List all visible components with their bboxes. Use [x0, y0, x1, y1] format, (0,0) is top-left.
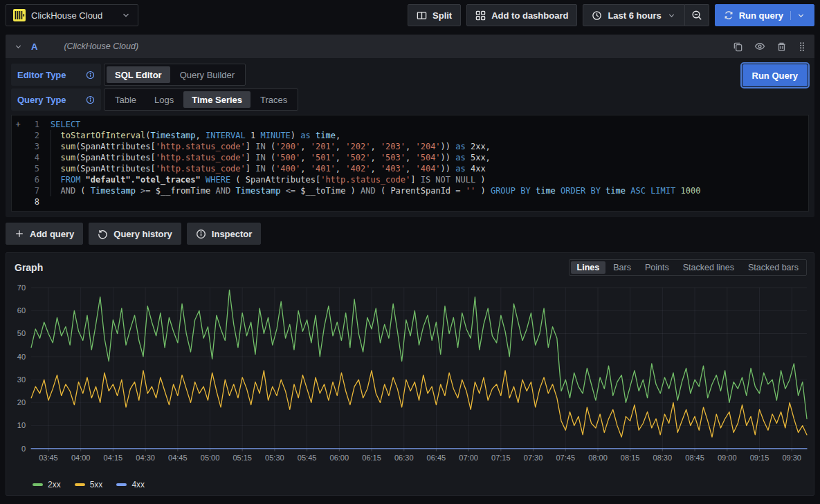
query-history-button[interactable]: Query history — [89, 223, 181, 245]
clock-icon — [592, 10, 602, 21]
svg-text:70: 70 — [17, 283, 26, 292]
plus-icon — [15, 229, 24, 239]
editor-type-toggle: SQL Editor Query Builder — [104, 64, 246, 86]
svg-text:07:15: 07:15 — [491, 454, 511, 462]
svg-text:05:45: 05:45 — [298, 454, 317, 462]
sql-line[interactable]: 8 — [12, 196, 808, 207]
query-type-label-text: Query Type — [17, 95, 66, 105]
time-series-chart[interactable]: 01020304050607003:4504:0004:1504:3004:45… — [8, 279, 811, 467]
query-row-actions — [733, 41, 806, 52]
legend-color-5xx — [75, 483, 85, 486]
info-icon[interactable] — [86, 95, 95, 104]
graph-panel: Graph Lines Bars Points Stacked lines St… — [6, 252, 814, 496]
sql-line[interactable]: 3 sum(SpanAttributes['http.status_code']… — [12, 141, 808, 152]
legend-item-2xx[interactable]: 2xx — [33, 480, 61, 489]
editor-type-option-sql-editor[interactable]: SQL Editor — [107, 66, 170, 83]
query-editor-section: A (ClickHouse Cloud) — [6, 35, 814, 217]
zoom-out-button[interactable] — [685, 4, 709, 26]
query-type-toggle: Table Logs Time Series Traces — [104, 88, 298, 111]
time-range-group: Last 6 hours — [583, 4, 709, 26]
graph-mode-stacked-lines[interactable]: Stacked lines — [677, 261, 740, 274]
svg-text:10: 10 — [17, 422, 26, 430]
sql-editor[interactable]: +1SELECT2 toStartOfInterval(Timestamp, I… — [11, 115, 809, 212]
add-to-dashboard-button[interactable]: Add to dashboard — [466, 4, 577, 26]
legend-label-2xx: 2xx — [48, 480, 61, 489]
history-icon — [98, 229, 108, 239]
svg-text:04:45: 04:45 — [168, 454, 188, 462]
svg-text:07:45: 07:45 — [556, 454, 576, 462]
drag-handle-icon[interactable] — [798, 41, 806, 52]
split-label: Split — [432, 10, 452, 21]
svg-text:08:15: 08:15 — [621, 454, 640, 462]
svg-text:30: 30 — [17, 375, 26, 384]
sql-line[interactable]: 6 FROM "default"."otel_traces" WHERE ( S… — [12, 174, 808, 185]
graph-mode-lines[interactable]: Lines — [571, 261, 606, 274]
svg-text:09:00: 09:00 — [718, 454, 737, 462]
legend-label-4xx: 4xx — [131, 480, 145, 489]
svg-text:05:30: 05:30 — [265, 454, 284, 462]
duplicate-icon[interactable] — [733, 41, 743, 52]
sql-line[interactable]: +1SELECT — [12, 119, 808, 130]
info-icon[interactable] — [86, 71, 95, 80]
panel-run-query-button[interactable]: Run Query — [742, 64, 808, 86]
editor-type-option-query-builder[interactable]: Query Builder — [172, 66, 243, 83]
split-button[interactable]: Split — [408, 4, 461, 26]
svg-text:50: 50 — [17, 330, 26, 338]
graph-mode-points[interactable]: Points — [639, 261, 675, 274]
legend-color-2xx — [33, 483, 43, 486]
query-datasource-hint: (ClickHouse Cloud) — [64, 41, 138, 51]
query-type-option-time-series[interactable]: Time Series — [183, 91, 250, 108]
chevron-down-icon[interactable] — [790, 11, 805, 20]
svg-text:06:30: 06:30 — [394, 454, 414, 462]
legend-item-4xx[interactable]: 4xx — [116, 480, 145, 489]
sql-code[interactable]: +1SELECT2 toStartOfInterval(Timestamp, I… — [12, 119, 808, 207]
editor-type-label: Editor Type — [11, 64, 101, 86]
query-row-header[interactable]: A (ClickHouse Cloud) — [6, 35, 814, 58]
trash-icon[interactable] — [776, 41, 787, 52]
svg-text:09:15: 09:15 — [750, 454, 769, 462]
sql-line[interactable]: 7 AND ( Timestamp >= $__fromTime AND Tim… — [12, 185, 808, 196]
query-footer: Add query Query history Inspector — [6, 223, 814, 245]
add-query-button[interactable]: Add query — [6, 223, 83, 245]
query-type-row: Query Type Table Logs Time Series Traces — [11, 88, 809, 111]
run-query-button[interactable]: Run query — [715, 4, 814, 26]
graph-title: Graph — [15, 262, 43, 273]
query-type-option-logs[interactable]: Logs — [146, 91, 182, 108]
svg-text:07:00: 07:00 — [459, 454, 478, 462]
svg-text:08:45: 08:45 — [685, 454, 704, 462]
chart-legend: 2xx 5xx 4xx — [6, 478, 814, 495]
chart-area: 01020304050607003:4504:0004:1504:3004:45… — [6, 277, 814, 478]
time-range-button[interactable]: Last 6 hours — [583, 4, 684, 26]
svg-text:04:00: 04:00 — [71, 454, 91, 462]
graph-mode-stacked-bars[interactable]: Stacked bars — [742, 261, 805, 274]
chevron-down-icon — [667, 11, 676, 20]
svg-text:06:00: 06:00 — [330, 454, 349, 462]
topbar-actions: Split Add to dashboard Last 6 hours — [408, 4, 814, 26]
legend-label-5xx: 5xx — [90, 480, 103, 489]
svg-text:07:30: 07:30 — [524, 454, 543, 462]
split-icon — [417, 10, 427, 21]
inspector-button[interactable]: Inspector — [187, 223, 262, 245]
clickhouse-logo-icon — [13, 9, 26, 21]
sql-line[interactable]: 4 sum(SpanAttributes['http.status_code']… — [12, 152, 808, 163]
svg-text:60: 60 — [17, 306, 26, 315]
add-query-label: Add query — [30, 229, 74, 239]
svg-text:08:00: 08:00 — [588, 454, 608, 462]
svg-text:0: 0 — [21, 445, 26, 453]
svg-text:20: 20 — [17, 398, 26, 407]
time-range-label: Last 6 hours — [608, 10, 661, 21]
run-query-label: Run query — [739, 10, 783, 21]
chevron-down-icon — [121, 10, 131, 20]
collapse-chevron-icon[interactable] — [14, 42, 23, 51]
query-type-option-traces[interactable]: Traces — [252, 91, 295, 108]
query-type-option-table[interactable]: Table — [107, 91, 145, 108]
legend-item-5xx[interactable]: 5xx — [75, 480, 103, 489]
sql-line[interactable]: 2 toStartOfInterval(Timestamp, INTERVAL … — [12, 130, 808, 141]
sql-line[interactable]: 5 sum(SpanAttributes['http.status_code']… — [12, 163, 808, 174]
legend-color-4xx — [116, 483, 127, 486]
graph-mode-bars[interactable]: Bars — [607, 261, 637, 274]
svg-text:08:30: 08:30 — [653, 454, 673, 462]
datasource-picker[interactable]: ClickHouse Cloud — [6, 4, 138, 26]
eye-icon[interactable] — [754, 41, 765, 52]
topbar: ClickHouse Cloud Split Add to dashboard … — [0, 0, 820, 30]
